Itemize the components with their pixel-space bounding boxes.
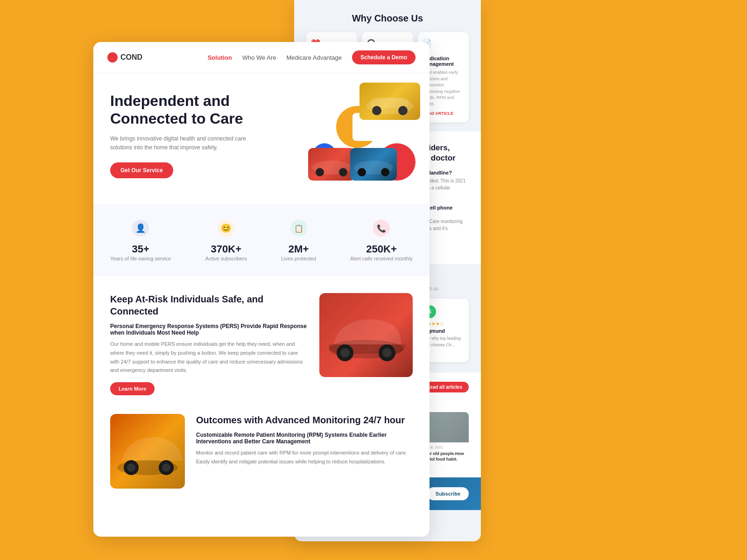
main-card: COND Solution Who We Are Medicare Advant… [93,42,430,537]
hero-title: Independent and Connected to Care [110,92,274,128]
hero-shapes [308,83,420,185]
outcomes-title: Outcomes with Advanced Monitoring 24/7 h… [196,414,413,426]
red-car [308,148,355,181]
blue-car [350,148,397,181]
keep-title: Keep At-Risk Individuals Safe, and Conne… [110,293,308,317]
stat-subscribers: 370K+ Active subscribers [205,218,247,262]
why-title: Why Choose Us [306,13,469,24]
document-icon [290,220,307,237]
svg-point-2 [372,106,381,115]
svg-point-3 [398,106,408,115]
lives-icon [289,218,309,238]
svg-point-9 [381,168,389,176]
svg-point-12 [340,348,350,357]
outcomes-text: Outcomes with Advanced Monitoring 24/7 h… [196,414,413,473]
smile-icon [218,220,234,237]
learn-more-button[interactable]: Learn More [110,382,155,395]
outcomes-subtitle: Customizable Remote Patient Monitoring (… [196,432,413,445]
phone-icon [373,220,390,237]
hero-section: Independent and Connected to Care We bri… [93,73,430,204]
schedule-demo-button[interactable]: Schedule a Demo [352,50,416,64]
logo-dot [107,52,118,63]
stat-years-number: 35+ [110,243,171,255]
red-sports-car [319,293,413,377]
svg-point-8 [358,168,366,176]
keep-section: Keep At-Risk Individuals Safe, and Conne… [93,276,430,405]
stat-alerts: 250K+ Alert calls received monthly [350,218,413,262]
logo-text: COND [120,53,142,62]
hero-car-image-1 [359,83,420,120]
hero-car-image-3 [350,148,397,181]
stat-years: 35+ Years of life-saving service [110,218,171,262]
stat-lives-number: 2M+ [281,243,316,255]
stat-lives-label: Lives protected [281,255,316,262]
svg-point-19 [162,463,170,472]
svg-point-6 [339,168,347,176]
stat-years-label: Years of life-saving service [110,255,171,262]
subscribers-icon [216,218,236,238]
keep-body: Our home and mobile PERS ensure individu… [110,340,308,375]
svg-point-5 [316,168,324,176]
logo: COND [107,52,142,63]
stat-alerts-number: 250K+ [350,243,413,255]
stat-subscribers-label: Active subscribers [205,255,247,262]
outcomes-body: Monitor and record patient care with RPM… [196,448,413,466]
navbar: COND Solution Who We Are Medicare Advant… [93,42,430,73]
yellow-car [359,83,420,120]
outcomes-section: Outcomes with Advanced Monitoring 24/7 h… [93,405,430,503]
years-icon [130,218,151,238]
get-service-button[interactable]: Get Our Service [110,162,173,178]
outcomes-image [110,414,185,489]
orange-car [110,414,185,489]
nav-solution[interactable]: Solution [208,54,232,61]
nav-links: Solution Who We Are Medicare Advantage S… [208,50,416,64]
stat-alerts-label: Alert calls received monthly [350,255,413,262]
alerts-icon [371,218,392,238]
keep-text: Keep At-Risk Individuals Safe, and Conne… [110,293,308,395]
stat-subscribers-number: 370K+ [205,243,247,255]
subscribe-button[interactable]: Subscribe [427,487,469,500]
hero-car-image-2 [308,148,355,181]
person-icon [132,220,149,237]
nav-who-we-are[interactable]: Who We Are [242,54,276,61]
nav-medicare[interactable]: Medicare Advantage [286,54,342,61]
stat-lives: 2M+ Lives protected [281,218,316,262]
keep-car-image [319,293,413,377]
hero-subtitle: We brings innovative digital health and … [110,134,250,152]
stats-section: 35+ Years of life-saving service 370K+ A… [93,204,430,276]
keep-subtitle: Personal Emergency Response Systems (PER… [110,323,308,336]
svg-point-14 [382,348,392,357]
svg-point-17 [127,463,135,472]
